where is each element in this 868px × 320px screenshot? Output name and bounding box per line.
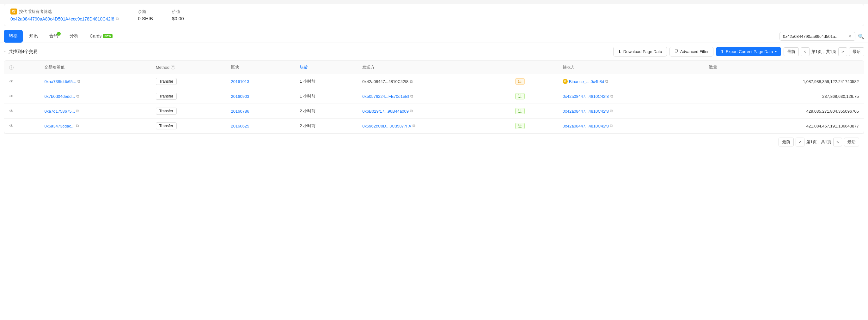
copy-txhash-icon[interactable]: ⧉: [76, 123, 79, 129]
col-method: Method ?: [151, 61, 226, 74]
row-eye-icon[interactable]: 👁: [9, 109, 13, 114]
txhash-link[interactable]: 0x7b0d04dedd...: [44, 94, 75, 99]
table-row: 👁 0xa7d1758675... ⧉ Transfer 20160786 2 …: [4, 104, 864, 119]
value-value: $0.00: [172, 16, 184, 21]
table-row: 👁 0x7b0d04dedd... ⧉ Transfer 20160903 1 …: [4, 89, 864, 104]
block-link[interactable]: 20160786: [231, 109, 249, 114]
next-page-button[interactable]: >: [838, 47, 847, 56]
copy-to-icon[interactable]: ⧉: [610, 94, 613, 99]
txhash-link[interactable]: 0x6a3473cdac...: [44, 124, 74, 129]
table-row: 👁 0x6a3473cdac... ⧉ Transfer 20160625 2 …: [4, 119, 864, 134]
txhash-link[interactable]: 0xa7d1758675...: [44, 109, 75, 114]
from-address[interactable]: 0x50576224...FE70d1eBf: [362, 94, 409, 99]
filter-icon: 按: [10, 8, 17, 14]
tab-analysis[interactable]: 分析: [64, 30, 84, 43]
method-info-icon[interactable]: ?: [171, 65, 175, 69]
transactions-table: ? 交易哈希值 Method ? 区块 块龄 发送方: [4, 60, 864, 134]
copy-address-icon[interactable]: ⧉: [116, 16, 119, 22]
table-header-row: ? 交易哈希值 Method ? 区块 块龄 发送方: [4, 61, 864, 74]
block-link[interactable]: 20160625: [231, 124, 249, 129]
col-amount: 数量: [704, 61, 864, 74]
col-to: 接收方: [558, 61, 704, 74]
bottom-next-page-button[interactable]: >: [833, 138, 842, 146]
bottom-first-page-button[interactable]: 最前: [779, 138, 794, 146]
col-dir: [510, 61, 558, 74]
bottom-page-info: 第1页，共1页: [806, 139, 831, 145]
last-page-button[interactable]: 最后: [849, 47, 864, 56]
binance-icon: B: [563, 79, 568, 84]
prev-page-button[interactable]: <: [801, 47, 809, 56]
copy-txhash-icon[interactable]: ⧉: [76, 94, 79, 99]
method-badge: Transfer: [156, 78, 177, 85]
col-txhash: 交易哈希值: [39, 61, 151, 74]
col-age: 块龄: [294, 61, 357, 74]
block-link[interactable]: 20161013: [231, 79, 249, 84]
method-badge: Transfer: [156, 108, 177, 114]
balance-value: 0 SHIB: [138, 16, 153, 21]
copy-to-icon[interactable]: ⧉: [610, 123, 613, 129]
copy-from-icon[interactable]: ⧉: [410, 79, 412, 84]
filter-bar: 按 按代币持有者筛选 0x42a0844790aA89c4D501A4ccc9c…: [4, 4, 864, 26]
tab-contract[interactable]: 合约 ✓: [44, 30, 63, 43]
amount-value: 429,035,271,804.355096705: [806, 109, 859, 114]
row-eye-icon[interactable]: 👁: [9, 123, 13, 129]
filter-label-text: 按代币持有者筛选: [19, 9, 52, 14]
toolbar: ↕ 共找到4个交易 ⬇ Download Page Data ⛉ Advance…: [4, 47, 864, 57]
to-address-link[interactable]: 0x42a08447...4810C42f8: [563, 124, 609, 129]
pagination-bottom: 最前 < 第1页，共1页 > 最后: [4, 134, 864, 150]
chevron-down-icon: ▾: [775, 50, 777, 53]
copy-from-icon[interactable]: ⧉: [410, 109, 413, 114]
search-input[interactable]: [783, 34, 846, 39]
col-eye-info[interactable]: ?: [9, 65, 13, 70]
value-label: 价值: [172, 9, 184, 14]
row-eye-icon[interactable]: 👁: [9, 79, 13, 84]
copy-txhash-icon[interactable]: ⧉: [76, 109, 79, 114]
tab-bar: 转移 知讯 合约 ✓ 分析 Cards New ✕ 🔍: [0, 30, 868, 43]
balance-label: 余额: [138, 9, 153, 14]
direction-badge-in: 进: [515, 93, 525, 99]
bottom-last-page-button[interactable]: 最后: [844, 138, 859, 146]
main-content: ↕ 共找到4个交易 ⬇ Download Page Data ⛉ Advance…: [0, 43, 868, 154]
from-address[interactable]: 0x5962cC0D...3C35877FA: [362, 124, 411, 129]
tabs-left: 转移 知讯 合约 ✓ 分析 Cards New: [4, 30, 118, 43]
txhash-link[interactable]: 0xaa738fddb65...: [44, 79, 76, 84]
search-button[interactable]: 🔍: [858, 33, 864, 39]
page-wrapper: 按 按代币持有者筛选 0x42a0844790aA89c4D501A4ccc9c…: [0, 4, 868, 320]
to-address-link[interactable]: Binance_....0x4b8d: [569, 79, 604, 84]
clear-search-icon[interactable]: ✕: [848, 34, 852, 39]
tab-cards[interactable]: Cards New: [85, 30, 118, 42]
copy-to-icon[interactable]: ⧉: [610, 109, 613, 114]
cards-label: Cards: [90, 33, 101, 38]
to-address-link[interactable]: 0x42a08447...4810C42f8: [563, 94, 609, 99]
tab-transfer[interactable]: 转移: [4, 30, 23, 43]
value-section: 价值 $0.00: [172, 9, 184, 21]
result-text: 共找到4个交易: [8, 49, 38, 55]
copy-txhash-icon[interactable]: ⧉: [78, 79, 80, 84]
result-info: ↕ 共找到4个交易: [4, 49, 38, 55]
new-badge: New: [103, 34, 113, 38]
method-badge: Transfer: [156, 122, 177, 130]
copy-from-icon[interactable]: ⧉: [412, 123, 415, 129]
block-link[interactable]: 20160903: [231, 94, 249, 99]
bottom-prev-page-button[interactable]: <: [796, 138, 804, 146]
filter-address[interactable]: 0x42a0844790aA89c4D501A4ccc9c178D4810C42…: [10, 16, 119, 22]
col-from: 发送方: [357, 61, 510, 74]
direction-badge-out: 出: [515, 78, 525, 84]
search-area: ✕ 🔍: [779, 32, 864, 41]
advanced-filter-button[interactable]: ⛉ Advanced Filter: [670, 47, 713, 57]
from-address[interactable]: 0x6B029f17...96B44a009: [362, 109, 409, 114]
first-page-button[interactable]: 最前: [784, 47, 799, 56]
filter-label: 按 按代币持有者筛选: [10, 8, 119, 14]
copy-to-icon[interactable]: ⧉: [605, 79, 608, 84]
direction-badge-in: 进: [515, 123, 525, 129]
copy-from-icon[interactable]: ⧉: [410, 94, 413, 99]
download-page-data-button[interactable]: ⬇ Download Page Data: [613, 47, 667, 57]
export-current-page-button[interactable]: ⬆ Export Current Page Data ▾: [716, 47, 781, 56]
filter-icon-btn: ⛉: [674, 49, 678, 54]
tab-info[interactable]: 知讯: [24, 30, 43, 43]
search-input-wrapper[interactable]: ✕: [779, 32, 855, 41]
check-badge-icon: ✓: [57, 32, 61, 36]
row-eye-icon[interactable]: 👁: [9, 94, 13, 99]
to-address-link[interactable]: 0x42a08447...4810C42f8: [563, 109, 609, 114]
from-address: 0x42a08447...4810C42f8: [362, 79, 408, 84]
